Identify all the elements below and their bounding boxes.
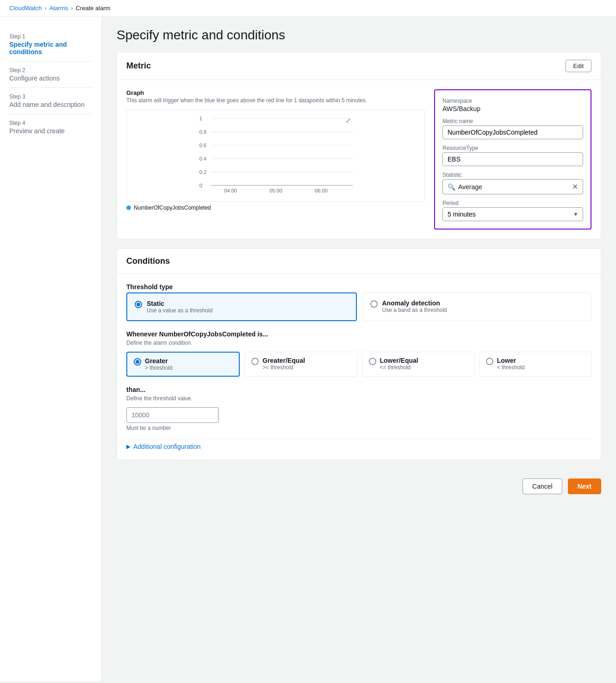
- breadcrumb-cloudwatch[interactable]: CloudWatch: [9, 5, 42, 12]
- resource-type-label: ResourceType: [442, 145, 583, 151]
- threshold-anomaly-desc: Use a band as a threshold: [382, 307, 447, 313]
- radio-greater-equal: [251, 358, 259, 365]
- page-title: Specify metric and conditions: [117, 28, 601, 43]
- threshold-static-label: Static: [147, 300, 212, 307]
- cancel-button[interactable]: Cancel: [523, 478, 562, 494]
- graph-svg: 1 0.8 0.6 0.4 0.2 0: [131, 114, 420, 197]
- metric-card: Metric Edit Graph This alarm will trigge…: [117, 52, 601, 239]
- condition-lower-text: Lower < threshold: [497, 357, 525, 371]
- graph-title: Graph: [126, 89, 425, 96]
- statistic-field: Statistic 🔍 Average ✕: [442, 172, 583, 194]
- condition-le-desc: <= threshold: [380, 364, 418, 371]
- svg-text:06:00: 06:00: [315, 188, 328, 193]
- condition-ge-desc: >= threshold: [262, 364, 305, 371]
- condition-lower-equal-text: Lower/Equal <= threshold: [380, 357, 418, 371]
- additional-config[interactable]: ▶ Additional configuration: [126, 439, 591, 450]
- metric-card-header: Metric Edit: [117, 52, 601, 80]
- condition-option-greater[interactable]: Greater > threshold: [126, 352, 240, 377]
- radio-static: [135, 301, 142, 308]
- search-icon: 🔍: [448, 183, 455, 191]
- sidebar-item-step4[interactable]: Step 4 Preview and create: [9, 114, 92, 140]
- threshold-input-wrap: ▲ ▼: [126, 407, 219, 423]
- whenever-desc: Define the alarm condition.: [126, 340, 591, 346]
- svg-text:05:00: 05:00: [269, 188, 282, 193]
- threshold-type-section: Threshold type Static Use a value as a t…: [126, 283, 591, 321]
- threshold-type-label: Threshold type: [126, 283, 591, 291]
- conditions-card-header: Conditions: [117, 249, 601, 274]
- must-be-number: Must be a number: [126, 425, 591, 431]
- clear-statistic-button[interactable]: ✕: [572, 182, 578, 191]
- condition-option-greater-equal[interactable]: Greater/Equal >= threshold: [244, 352, 357, 377]
- step1-title: Specify metric and conditions: [9, 41, 92, 56]
- step1-label: Step 1: [9, 33, 92, 40]
- whenever-section: Whenever NumberOfCopyJobsCompleted is...…: [126, 330, 591, 377]
- legend-dot: [126, 205, 131, 210]
- threshold-spinners: ▲ ▼: [217, 408, 219, 422]
- graph-section: Graph This alarm will trigger when the b…: [126, 89, 591, 230]
- condition-option-lower-equal[interactable]: Lower/Equal <= threshold: [362, 352, 474, 377]
- condition-greater-text: Greater > threshold: [145, 357, 173, 371]
- radio-lower: [486, 358, 493, 365]
- statistic-input-wrap[interactable]: 🔍 Average ✕: [442, 179, 583, 194]
- svg-text:0.4: 0.4: [199, 156, 206, 161]
- graph-legend: NumberOfCopyJobsCompleted: [126, 205, 425, 211]
- metric-card-body: Graph This alarm will trigger when the b…: [117, 80, 601, 239]
- breadcrumb-current: Create alarm: [75, 5, 110, 12]
- whenever-label: Whenever NumberOfCopyJobsCompleted is...: [126, 330, 591, 338]
- statistic-label: Statistic: [442, 172, 583, 178]
- condition-le-label: Lower/Equal: [380, 357, 418, 364]
- than-section: than... Define the threshold value. ▲ ▼ …: [126, 386, 591, 431]
- next-button[interactable]: Next: [568, 478, 601, 494]
- legend-label: NumberOfCopyJobsCompleted: [134, 205, 211, 211]
- condition-lower-label: Lower: [497, 357, 525, 364]
- sidebar-item-step3[interactable]: Step 3 Add name and description: [9, 88, 92, 114]
- than-desc: Define the threshold value.: [126, 395, 591, 402]
- graph-area[interactable]: 1 0.8 0.6 0.4 0.2 0: [126, 109, 425, 202]
- radio-greater-inner: [136, 360, 139, 364]
- condition-row: Greater > threshold Greater/Equal >= thr…: [126, 352, 591, 377]
- breadcrumb: CloudWatch › Alarms › Create alarm: [0, 0, 616, 17]
- threshold-increment-button[interactable]: ▲: [218, 408, 219, 415]
- svg-text:0.2: 0.2: [199, 169, 206, 175]
- threshold-decrement-button[interactable]: ▼: [218, 415, 219, 422]
- graph-left: Graph This alarm will trigger when the b…: [126, 89, 425, 230]
- edit-button[interactable]: Edit: [566, 60, 591, 72]
- step2-label: Step 2: [9, 67, 92, 74]
- breadcrumb-alarms[interactable]: Alarms: [50, 5, 68, 12]
- step4-title: Preview and create: [9, 127, 92, 135]
- period-select[interactable]: 1 minute 5 minutes 10 minutes 15 minutes…: [442, 207, 583, 221]
- radio-static-inner: [137, 303, 140, 306]
- threshold-option-static[interactable]: Static Use a value as a threshold: [126, 292, 357, 321]
- threshold-value-input[interactable]: [127, 409, 217, 422]
- step3-label: Step 3: [9, 93, 92, 100]
- condition-option-lower[interactable]: Lower < threshold: [479, 352, 591, 377]
- step3-title: Add name and description: [9, 101, 92, 108]
- resource-type-input[interactable]: [442, 152, 583, 166]
- main-content: Specify metric and conditions Metric Edi…: [102, 17, 616, 681]
- sidebar-item-step1[interactable]: Step 1 Specify metric and conditions: [9, 28, 92, 62]
- period-select-wrap: 1 minute 5 minutes 10 minutes 15 minutes…: [442, 207, 583, 221]
- sidebar: Step 1 Specify metric and conditions Ste…: [0, 17, 102, 681]
- statistic-value: Average: [458, 183, 572, 191]
- condition-lower-desc: < threshold: [497, 364, 525, 371]
- threshold-static-text: Static Use a value as a threshold: [147, 300, 212, 314]
- radio-greater: [134, 358, 141, 366]
- svg-text:0.6: 0.6: [199, 143, 206, 148]
- breadcrumb-sep1: ›: [44, 5, 46, 12]
- conditions-card: Conditions Threshold type Static Use a v: [117, 248, 601, 460]
- namespace-label: Namespace: [442, 98, 583, 104]
- period-label: Period: [442, 200, 583, 206]
- radio-anomaly: [370, 300, 378, 308]
- metric-name-field: Metric name: [442, 118, 583, 139]
- namespace-value: AWS/Backup: [442, 105, 583, 112]
- threshold-anomaly-text: Anomaly detection Use a band as a thresh…: [382, 299, 447, 313]
- period-field: Period 1 minute 5 minutes 10 minutes 15 …: [442, 200, 583, 221]
- metric-name-input[interactable]: [442, 125, 583, 139]
- threshold-option-anomaly[interactable]: Anomaly detection Use a band as a thresh…: [362, 292, 592, 321]
- radio-lower-equal: [369, 358, 376, 365]
- threshold-type-row: Static Use a value as a threshold Anomal…: [126, 292, 591, 321]
- sidebar-item-step2[interactable]: Step 2 Configure actions: [9, 62, 92, 88]
- threshold-static-desc: Use a value as a threshold: [147, 307, 212, 314]
- svg-text:0: 0: [199, 183, 202, 188]
- conditions-card-title: Conditions: [126, 256, 170, 266]
